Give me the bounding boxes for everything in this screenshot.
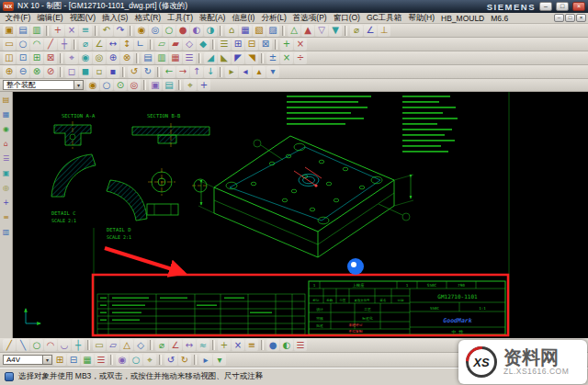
- toolbar-icon[interactable]: ◐: [280, 339, 293, 351]
- toolbar-icon[interactable]: +: [1, 198, 12, 209]
- toolbar-icon[interactable]: ◠: [30, 39, 43, 51]
- toolbar-icon[interactable]: ±: [266, 52, 279, 64]
- toolbar-icon[interactable]: ◉: [86, 79, 99, 91]
- toolbar-icon[interactable]: △: [120, 339, 133, 351]
- toolbar-icon[interactable]: +: [280, 39, 293, 51]
- toolbar-icon[interactable]: ○: [163, 25, 175, 37]
- toolbar-icon[interactable]: ×: [232, 339, 244, 351]
- toolbar-icon[interactable]: ⊠: [44, 52, 57, 64]
- toolbar-icon[interactable]: ○: [100, 79, 113, 91]
- toolbar-icon[interactable]: ⊞: [232, 39, 244, 51]
- toolbar-icon[interactable]: ⊕: [107, 52, 119, 64]
- toolbar-icon[interactable]: ⊟: [67, 354, 80, 366]
- toolbar-icon[interactable]: ◇: [134, 339, 147, 351]
- toolbar-icon[interactable]: ▱: [155, 39, 168, 51]
- parts-list-table[interactable]: [97, 294, 305, 334]
- toolbar-icon[interactable]: ∠: [93, 39, 106, 51]
- toolbar-icon[interactable]: ▭: [93, 339, 106, 351]
- toolbar-icon[interactable]: ◉: [116, 354, 129, 366]
- toolbar-icon[interactable]: ▪: [107, 66, 119, 78]
- toolbar-icon[interactable]: ▴: [253, 66, 266, 78]
- toolbar-icon[interactable]: ☰: [218, 39, 231, 51]
- toolbar-icon[interactable]: →: [176, 66, 189, 78]
- toolbar-icon[interactable]: ┼: [58, 39, 71, 51]
- ortho-views[interactable]: [147, 168, 209, 215]
- toolbar-icon[interactable]: ⊖: [17, 66, 29, 78]
- toolbar-icon[interactable]: ◡: [58, 339, 71, 351]
- menu-item[interactable]: 帮助(H): [405, 13, 438, 24]
- detail-view-c[interactable]: DETAIL C SCALE 2:1: [51, 154, 96, 223]
- toolbar-icon[interactable]: ●: [176, 25, 189, 37]
- toolbar-icon[interactable]: ◫: [3, 52, 16, 64]
- toolbar-icon[interactable]: ÷: [294, 52, 307, 64]
- toolbar-icon[interactable]: ◉: [1, 124, 12, 135]
- toolbar-icon[interactable]: ╱: [3, 339, 16, 351]
- toolbar-icon[interactable]: ⌂: [225, 25, 238, 37]
- toolbar-icon[interactable]: ◎: [128, 79, 141, 91]
- toolbar-icon[interactable]: ☰: [95, 354, 107, 366]
- toolbar-icon[interactable]: ▦: [239, 25, 252, 37]
- toolbar-icon[interactable]: ◐: [190, 25, 203, 37]
- child-close-button[interactable]: ×: [576, 14, 586, 22]
- menu-item[interactable]: M6.6: [488, 14, 512, 23]
- title-block[interactable]: 1 上模座 1 S50C 790 GM12710-1101 S50C 1:1 标…: [309, 281, 505, 334]
- toolbar-icon[interactable]: ◥: [245, 52, 258, 64]
- toolbar-icon[interactable]: ⌀: [350, 25, 363, 37]
- toolbar-icon[interactable]: ⊙: [114, 79, 127, 91]
- toolbar-icon[interactable]: +: [198, 79, 210, 91]
- toolbar-icon[interactable]: ○: [17, 39, 29, 51]
- toolbar-icon[interactable]: ☰: [294, 339, 307, 351]
- toolbar-icon[interactable]: ▾: [266, 66, 279, 78]
- toolbar-icon[interactable]: ◂: [239, 66, 252, 78]
- menu-item[interactable]: 格式(R): [131, 13, 164, 24]
- toolbar-icon[interactable]: ▾: [213, 354, 226, 366]
- toolbar-icon[interactable]: ≈: [197, 339, 209, 351]
- toolbar-icon[interactable]: ∟: [134, 39, 147, 51]
- toolbar-icon[interactable]: ↑: [190, 66, 203, 78]
- toolbar-icon[interactable]: ⌖: [184, 79, 197, 91]
- minimize-button[interactable]: –: [539, 2, 552, 11]
- detail-view-d[interactable]: DETAIL D SCALE 2:1: [107, 180, 147, 240]
- toolbar-icon[interactable]: ○: [130, 354, 142, 366]
- toolbar-icon[interactable]: ∠: [364, 25, 377, 37]
- toolbar-icon[interactable]: ▲: [301, 25, 314, 37]
- toolbar-icon[interactable]: ⌖: [65, 52, 78, 64]
- section-view-aa[interactable]: SECTION A-A: [54, 113, 96, 149]
- section-view-bb[interactable]: SECTION B-B: [132, 113, 209, 149]
- toolbar-icon[interactable]: ☰: [1, 153, 12, 164]
- toolbar-icon[interactable]: ○: [30, 339, 43, 351]
- toolbar-icon[interactable]: ▥: [30, 25, 43, 37]
- toolbar-icon[interactable]: ∠: [169, 339, 182, 351]
- toolbar-icon[interactable]: ↷: [114, 25, 127, 37]
- toolbar-icon[interactable]: ▭: [3, 39, 16, 51]
- toolbar-icon[interactable]: ⊠: [259, 39, 272, 51]
- toolbar-icon[interactable]: △: [288, 25, 300, 37]
- menu-item[interactable]: 编辑(E): [34, 13, 66, 24]
- toolbar-icon[interactable]: ↻: [178, 354, 191, 366]
- toolbar-icon[interactable]: ⌖: [143, 354, 156, 366]
- menu-item[interactable]: 装配(A): [197, 13, 229, 24]
- toolbar-icon[interactable]: ×: [280, 52, 293, 64]
- menu-item[interactable]: 窗口(O): [330, 13, 363, 24]
- toolbar-icon[interactable]: ⊞: [53, 354, 66, 366]
- toolbar-icon[interactable]: ┼: [72, 339, 85, 351]
- toolbar-icon[interactable]: ◇: [183, 39, 196, 51]
- toolbar-icon[interactable]: ↔: [107, 39, 119, 51]
- toolbar-icon[interactable]: ◎: [149, 25, 162, 37]
- toolbar-icon[interactable]: ◣: [218, 52, 231, 64]
- child-restore-button[interactable]: □: [565, 14, 575, 22]
- toolbar-icon[interactable]: ▧: [253, 25, 266, 37]
- toolbar-icon[interactable]: ▨: [266, 25, 279, 37]
- toolbar-icon[interactable]: ▤: [17, 25, 29, 37]
- toolbar-icon[interactable]: ◉: [79, 52, 92, 64]
- toolbar-icon[interactable]: ↺: [128, 66, 141, 78]
- toolbar-icon[interactable]: ⊘: [44, 66, 57, 78]
- toolbar-icon[interactable]: ▽: [315, 25, 328, 37]
- isometric-view[interactable]: [198, 136, 413, 257]
- menu-item[interactable]: HB_MOULD: [438, 14, 488, 23]
- menu-item[interactable]: 分析(L): [258, 13, 289, 24]
- toolbar-icon[interactable]: ⌀: [155, 339, 168, 351]
- toolbar-icon[interactable]: ▣: [3, 25, 16, 37]
- toolbar-icon[interactable]: +: [51, 25, 64, 37]
- toolbar-icon[interactable]: ◤: [232, 52, 244, 64]
